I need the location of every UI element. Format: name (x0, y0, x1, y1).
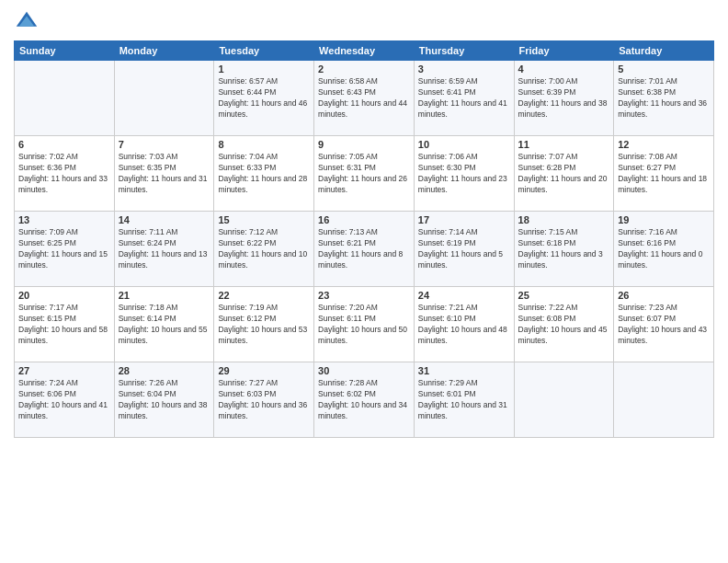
calendar-cell: 29Sunrise: 7:27 AM Sunset: 6:03 PM Dayli… (214, 362, 314, 438)
day-number: 17 (418, 214, 510, 225)
day-number: 24 (418, 290, 510, 301)
day-number: 4 (518, 63, 610, 75)
weekday-header-saturday: Saturday (614, 41, 714, 61)
day-number: 30 (318, 365, 410, 376)
day-number: 7 (119, 139, 210, 150)
calendar-cell: 28Sunrise: 7:26 AM Sunset: 6:04 PM Dayli… (114, 362, 214, 438)
day-info: Sunrise: 7:07 AM Sunset: 6:28 PM Dayligh… (518, 152, 610, 196)
calendar-cell: 3Sunrise: 6:59 AM Sunset: 6:41 PM Daylig… (414, 61, 514, 136)
calendar-cell: 14Sunrise: 7:11 AM Sunset: 6:24 PM Dayli… (114, 212, 214, 287)
day-info: Sunrise: 7:19 AM Sunset: 6:12 PM Dayligh… (218, 303, 310, 347)
calendar-cell: 5Sunrise: 7:01 AM Sunset: 6:38 PM Daylig… (614, 61, 714, 136)
calendar-cell: 21Sunrise: 7:18 AM Sunset: 6:14 PM Dayli… (114, 287, 214, 362)
day-info: Sunrise: 7:02 AM Sunset: 6:36 PM Dayligh… (18, 152, 110, 196)
weekday-header-monday: Monday (114, 41, 214, 61)
calendar-cell: 20Sunrise: 7:17 AM Sunset: 6:15 PM Dayli… (15, 287, 115, 362)
week-row-5: 27Sunrise: 7:24 AM Sunset: 6:06 PM Dayli… (15, 362, 714, 438)
day-number: 28 (119, 365, 210, 376)
calendar-cell: 8Sunrise: 7:04 AM Sunset: 6:33 PM Daylig… (214, 136, 314, 212)
day-info: Sunrise: 7:29 AM Sunset: 6:01 PM Dayligh… (418, 378, 510, 422)
day-number: 21 (119, 290, 210, 301)
weekday-header-friday: Friday (514, 41, 614, 61)
day-number: 1 (218, 63, 310, 75)
day-number: 13 (18, 214, 110, 225)
day-number: 26 (618, 290, 710, 301)
calendar-cell: 19Sunrise: 7:16 AM Sunset: 6:16 PM Dayli… (614, 212, 714, 287)
weekday-header-wednesday: Wednesday (314, 41, 415, 61)
day-info: Sunrise: 7:15 AM Sunset: 6:18 PM Dayligh… (518, 227, 610, 271)
day-number: 9 (318, 139, 410, 150)
day-number: 12 (618, 139, 710, 150)
weekday-header-thursday: Thursday (414, 41, 514, 61)
day-number: 10 (418, 139, 510, 150)
day-info: Sunrise: 7:13 AM Sunset: 6:21 PM Dayligh… (318, 227, 410, 271)
calendar-cell: 4Sunrise: 7:00 AM Sunset: 6:39 PM Daylig… (514, 61, 614, 136)
day-info: Sunrise: 7:11 AM Sunset: 6:24 PM Dayligh… (119, 227, 210, 271)
calendar-cell: 31Sunrise: 7:29 AM Sunset: 6:01 PM Dayli… (414, 362, 514, 438)
calendar-table: SundayMondayTuesdayWednesdayThursdayFrid… (14, 40, 714, 438)
calendar-cell: 12Sunrise: 7:08 AM Sunset: 6:27 PM Dayli… (614, 136, 714, 212)
calendar-cell: 27Sunrise: 7:24 AM Sunset: 6:06 PM Dayli… (15, 362, 115, 438)
day-number: 3 (418, 63, 510, 75)
day-info: Sunrise: 6:57 AM Sunset: 6:44 PM Dayligh… (218, 76, 310, 121)
day-info: Sunrise: 7:20 AM Sunset: 6:11 PM Dayligh… (318, 303, 410, 347)
calendar-cell (514, 362, 614, 438)
calendar-cell: 10Sunrise: 7:06 AM Sunset: 6:30 PM Dayli… (414, 136, 514, 212)
weekday-header-sunday: Sunday (15, 41, 115, 61)
calendar-cell: 15Sunrise: 7:12 AM Sunset: 6:22 PM Dayli… (214, 212, 314, 287)
day-info: Sunrise: 7:04 AM Sunset: 6:33 PM Dayligh… (218, 152, 310, 196)
day-number: 8 (218, 139, 310, 150)
week-row-4: 20Sunrise: 7:17 AM Sunset: 6:15 PM Dayli… (15, 287, 714, 362)
day-number: 11 (518, 139, 610, 150)
day-info: Sunrise: 7:03 AM Sunset: 6:35 PM Dayligh… (119, 152, 210, 196)
header (14, 9, 714, 35)
calendar-cell: 24Sunrise: 7:21 AM Sunset: 6:10 PM Dayli… (414, 287, 514, 362)
day-info: Sunrise: 7:24 AM Sunset: 6:06 PM Dayligh… (18, 378, 110, 422)
calendar-cell: 1Sunrise: 6:57 AM Sunset: 6:44 PM Daylig… (214, 61, 314, 136)
weekday-header-row: SundayMondayTuesdayWednesdayThursdayFrid… (15, 41, 714, 61)
calendar-cell: 30Sunrise: 7:28 AM Sunset: 6:02 PM Dayli… (314, 362, 415, 438)
day-info: Sunrise: 6:58 AM Sunset: 6:43 PM Dayligh… (318, 76, 410, 121)
day-number: 20 (18, 290, 110, 301)
calendar-cell: 11Sunrise: 7:07 AM Sunset: 6:28 PM Dayli… (514, 136, 614, 212)
day-info: Sunrise: 7:06 AM Sunset: 6:30 PM Dayligh… (418, 152, 510, 196)
calendar-cell: 16Sunrise: 7:13 AM Sunset: 6:21 PM Dayli… (314, 212, 415, 287)
day-number: 19 (618, 214, 710, 225)
day-number: 25 (518, 290, 610, 301)
day-info: Sunrise: 7:27 AM Sunset: 6:03 PM Dayligh… (218, 378, 310, 422)
day-number: 23 (318, 290, 410, 301)
day-info: Sunrise: 7:22 AM Sunset: 6:08 PM Dayligh… (518, 303, 610, 347)
day-info: Sunrise: 7:12 AM Sunset: 6:22 PM Dayligh… (218, 227, 310, 271)
week-row-3: 13Sunrise: 7:09 AM Sunset: 6:25 PM Dayli… (15, 212, 714, 287)
weekday-header-tuesday: Tuesday (214, 41, 314, 61)
day-info: Sunrise: 7:17 AM Sunset: 6:15 PM Dayligh… (18, 303, 110, 347)
calendar-cell (15, 61, 115, 136)
day-number: 6 (18, 139, 110, 150)
day-info: Sunrise: 7:28 AM Sunset: 6:02 PM Dayligh… (318, 378, 410, 422)
week-row-2: 6Sunrise: 7:02 AM Sunset: 6:36 PM Daylig… (15, 136, 714, 212)
day-number: 27 (18, 365, 110, 376)
week-row-1: 1Sunrise: 6:57 AM Sunset: 6:44 PM Daylig… (15, 61, 714, 136)
day-number: 29 (218, 365, 310, 376)
logo (14, 9, 43, 35)
day-info: Sunrise: 7:05 AM Sunset: 6:31 PM Dayligh… (318, 152, 410, 196)
calendar-cell: 18Sunrise: 7:15 AM Sunset: 6:18 PM Dayli… (514, 212, 614, 287)
day-info: Sunrise: 7:23 AM Sunset: 6:07 PM Dayligh… (618, 303, 710, 347)
calendar-cell: 17Sunrise: 7:14 AM Sunset: 6:19 PM Dayli… (414, 212, 514, 287)
day-info: Sunrise: 7:01 AM Sunset: 6:38 PM Dayligh… (618, 76, 710, 121)
day-info: Sunrise: 7:21 AM Sunset: 6:10 PM Dayligh… (418, 303, 510, 347)
calendar-cell: 13Sunrise: 7:09 AM Sunset: 6:25 PM Dayli… (15, 212, 115, 287)
day-info: Sunrise: 7:00 AM Sunset: 6:39 PM Dayligh… (518, 76, 610, 121)
day-number: 15 (218, 214, 310, 225)
day-number: 22 (218, 290, 310, 301)
calendar-cell: 6Sunrise: 7:02 AM Sunset: 6:36 PM Daylig… (15, 136, 115, 212)
calendar-cell (114, 61, 214, 136)
day-number: 16 (318, 214, 410, 225)
day-info: Sunrise: 7:09 AM Sunset: 6:25 PM Dayligh… (18, 227, 110, 271)
calendar-cell: 9Sunrise: 7:05 AM Sunset: 6:31 PM Daylig… (314, 136, 415, 212)
day-number: 18 (518, 214, 610, 225)
day-number: 2 (318, 63, 410, 75)
calendar-cell: 23Sunrise: 7:20 AM Sunset: 6:11 PM Dayli… (314, 287, 415, 362)
day-number: 5 (618, 63, 710, 75)
day-info: Sunrise: 7:08 AM Sunset: 6:27 PM Dayligh… (618, 152, 710, 196)
